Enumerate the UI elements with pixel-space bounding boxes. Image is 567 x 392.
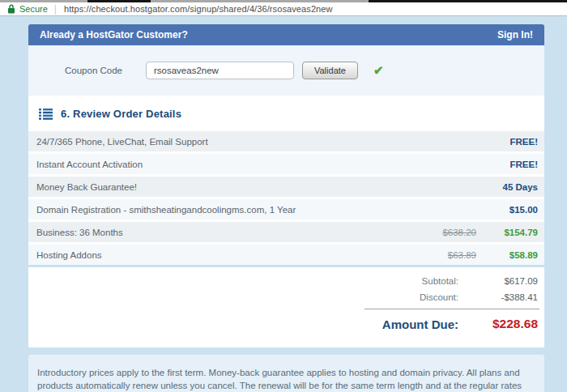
order-row-old-price: $63.89 xyxy=(402,250,476,260)
amount-due-value: $228.68 xyxy=(458,317,538,331)
checkout-page: Already a HostGator Customer? Sign In! C… xyxy=(0,16,567,392)
order-row-value: $58.89 xyxy=(476,250,544,260)
coupon-code-input[interactable] xyxy=(146,62,294,79)
order-list-icon xyxy=(39,109,53,120)
order-row-support: 24/7/365 Phone, LiveChat, Email Support … xyxy=(28,131,544,151)
discount-label: Discount: xyxy=(420,292,458,302)
review-order-title: 6. Review Order Details xyxy=(61,108,181,120)
amount-due-row: Amount Due: $228.68 xyxy=(28,317,544,331)
order-totals: Subtotal: $617.09 Discount: -$388.41 Amo… xyxy=(28,267,544,347)
order-row-hosting-plan: Business: 36 Months $638.20 $154.79 xyxy=(28,222,544,242)
existing-customer-bar: Already a HostGator Customer? Sign In! xyxy=(28,24,544,45)
order-row-label: Hosting Addons xyxy=(28,250,402,260)
review-order-header: 6. Review Order Details xyxy=(28,96,544,131)
amount-due-label: Amount Due: xyxy=(382,317,458,331)
validate-button[interactable]: Validate xyxy=(302,62,358,79)
order-row-domain: Domain Registration - smithsheatingandco… xyxy=(28,199,544,219)
order-row-guarantee: Money Back Guarantee! 45 Days xyxy=(28,177,544,197)
order-row-addons: Hosting Addons $63.89 $58.89 xyxy=(28,245,544,265)
secure-label: Secure xyxy=(19,4,48,14)
browser-address-bar[interactable]: Secure | https://checkout.hostgator.com/… xyxy=(0,2,567,16)
order-row-label: Domain Registration - smithsheatingandco… xyxy=(28,205,402,215)
discount-row: Discount: -$388.41 xyxy=(28,292,544,302)
url-text[interactable]: https://checkout.hostgator.com/signup/sh… xyxy=(64,4,333,14)
subtotal-label: Subtotal: xyxy=(422,276,458,286)
subtotal-row: Subtotal: $617.09 xyxy=(28,276,544,286)
coupon-code-label: Coupon Code xyxy=(65,66,122,75)
coupon-valid-check-icon: ✔ xyxy=(373,63,384,78)
tab-edge-dark-segment xyxy=(369,0,567,2)
order-row-label: Business: 36 Months xyxy=(28,228,402,237)
order-row-value: $15.00 xyxy=(476,205,544,215)
order-row-value: 45 Days xyxy=(476,182,544,192)
subtotal-value: $617.09 xyxy=(458,276,538,286)
order-row-old-price: $638.20 xyxy=(402,228,476,237)
order-row-label: Instant Account Activation xyxy=(28,160,402,169)
order-row-activation: Instant Account Activation FREE! xyxy=(28,154,544,174)
checkout-card: Already a HostGator Customer? Sign In! C… xyxy=(28,24,544,392)
order-rows-table: 24/7/365 Phone, LiveChat, Email Support … xyxy=(28,131,544,265)
order-row-value: FREE! xyxy=(476,137,544,147)
browser-tab-strip xyxy=(0,0,567,2)
order-row-value: FREE! xyxy=(476,160,544,169)
renewal-disclaimer: Introductory prices apply to the first t… xyxy=(28,355,544,392)
discount-value: -$388.41 xyxy=(458,292,538,302)
order-row-value: $154.79 xyxy=(476,228,544,237)
customer-question-label: Already a HostGator Customer? xyxy=(40,29,188,40)
sign-in-link[interactable]: Sign In! xyxy=(497,29,533,40)
address-bar-divider: | xyxy=(54,3,57,15)
padlock-icon xyxy=(7,4,15,14)
tab-edge-dark-segment xyxy=(87,0,151,2)
order-row-label: 24/7/365 Phone, LiveChat, Email Support xyxy=(28,137,402,147)
totals-divider xyxy=(364,309,539,309)
order-row-label: Money Back Guarantee! xyxy=(28,182,402,192)
coupon-section: Coupon Code Validate ✔ xyxy=(28,45,544,96)
